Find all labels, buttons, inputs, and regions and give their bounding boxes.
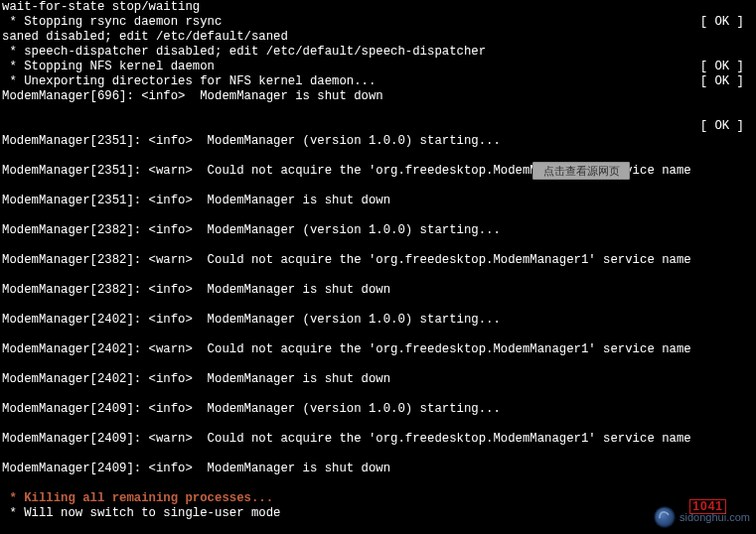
terminal-line-left: ModemManager[696]: <info> ModemManager i… bbox=[2, 89, 383, 104]
terminal-line bbox=[2, 417, 754, 432]
terminal-line-status bbox=[744, 268, 754, 283]
terminal-line-status bbox=[744, 357, 754, 372]
terminal-line-status bbox=[744, 387, 754, 402]
terminal-line-left: * Stopping NFS kernel daemon bbox=[2, 60, 215, 74]
terminal-line: ModemManager[2402]: <warn> Could not acq… bbox=[2, 342, 754, 357]
terminal-line-left: ModemManager[2409]: <warn> Could not acq… bbox=[2, 432, 691, 447]
terminal-line-status bbox=[744, 432, 754, 447]
terminal-line-status bbox=[744, 372, 754, 387]
terminal-line-status bbox=[744, 179, 754, 194]
terminal-line: ModemManager[2402]: <info> ModemManager … bbox=[2, 372, 754, 387]
terminal-line: ModemManager[2351]: <info> ModemManager … bbox=[2, 134, 754, 149]
terminal-line-status bbox=[744, 417, 754, 432]
terminal-line-left: ModemManager[2402]: <info> ModemManager … bbox=[2, 372, 390, 387]
terminal-line bbox=[2, 179, 754, 194]
terminal-line-status bbox=[744, 194, 754, 208]
terminal-line-left: * speech-dispatcher disabled; edit /etc/… bbox=[2, 45, 486, 60]
terminal-line bbox=[2, 476, 754, 491]
terminal-line-left: wait-for-state stop/waiting bbox=[2, 0, 200, 15]
terminal-line: ModemManager[696]: <info> ModemManager i… bbox=[2, 89, 754, 104]
terminal-line-left: * Killing all remaining processes... bbox=[2, 491, 273, 506]
terminal-line: [ OK ] bbox=[2, 119, 754, 134]
terminal-line-left: ModemManager[2351]: <info> ModemManager … bbox=[2, 194, 390, 208]
terminal-line: * Will now switch to single-user mode bbox=[2, 506, 754, 521]
terminal-line-status bbox=[744, 0, 754, 15]
terminal-line-status bbox=[744, 313, 754, 328]
watermark-text: sidonghui.com bbox=[680, 510, 750, 525]
terminal-line: ModemManager[2409]: <info> ModemManager … bbox=[2, 462, 754, 476]
terminal-line bbox=[2, 104, 754, 119]
terminal-line-status bbox=[744, 223, 754, 238]
terminal-line: * Killing all remaining processes... bbox=[2, 491, 754, 506]
terminal-line: * Unexporting directories for NFS kernel… bbox=[2, 74, 754, 89]
terminal-line bbox=[2, 208, 754, 223]
terminal-line-status bbox=[744, 283, 754, 298]
terminal-line-left: * Stopping rsync daemon rsync bbox=[2, 15, 222, 30]
terminal-line bbox=[2, 447, 754, 462]
terminal-line-status bbox=[744, 134, 754, 149]
watermark-badge: sidonghui.com bbox=[654, 506, 750, 528]
terminal-line bbox=[2, 328, 754, 342]
terminal-line-status bbox=[744, 402, 754, 417]
terminal-line-status bbox=[744, 342, 754, 357]
terminal-line: ModemManager[2382]: <info> ModemManager … bbox=[2, 223, 754, 238]
terminal-line bbox=[2, 268, 754, 283]
terminal-line-status bbox=[744, 462, 754, 476]
terminal-line-status bbox=[744, 30, 754, 45]
terminal-line: * speech-dispatcher disabled; edit /etc/… bbox=[2, 45, 754, 60]
terminal-line-status bbox=[744, 447, 754, 462]
terminal-line-left: ModemManager[2409]: <info> ModemManager … bbox=[2, 402, 501, 417]
terminal-line-left: ModemManager[2409]: <info> ModemManager … bbox=[2, 462, 390, 476]
terminal-line bbox=[2, 387, 754, 402]
terminal-line-left: ModemManager[2402]: <info> ModemManager … bbox=[2, 313, 501, 328]
terminal-line-status bbox=[744, 149, 754, 164]
terminal-line-status bbox=[744, 104, 754, 119]
terminal-line: * Stopping NFS kernel daemon[ OK ] bbox=[2, 60, 754, 74]
terminal-line-left: ModemManager[2351]: <info> ModemManager … bbox=[2, 134, 501, 149]
terminal-line: ModemManager[2409]: <warn> Could not acq… bbox=[2, 432, 754, 447]
terminal-line-status: [ OK ] bbox=[700, 119, 754, 134]
view-source-tooltip[interactable]: 点击查看源网页 bbox=[532, 162, 630, 180]
terminal-line-left: ModemManager[2402]: <warn> Could not acq… bbox=[2, 342, 691, 357]
terminal-line-status bbox=[744, 298, 754, 313]
terminal-line bbox=[2, 238, 754, 253]
terminal-line: ModemManager[2402]: <info> ModemManager … bbox=[2, 313, 754, 328]
terminal-line: ModemManager[2382]: <info> ModemManager … bbox=[2, 283, 754, 298]
terminal-output: wait-for-state stop/waiting * Stopping r… bbox=[0, 0, 756, 521]
terminal-line-status: [ OK ] bbox=[700, 60, 754, 74]
terminal-line bbox=[2, 149, 754, 164]
terminal-line: saned disabled; edit /etc/default/saned bbox=[2, 30, 754, 45]
terminal-line-left: saned disabled; edit /etc/default/saned bbox=[2, 30, 288, 45]
terminal-line: * Stopping rsync daemon rsync[ OK ] bbox=[2, 15, 754, 30]
terminal-line: ModemManager[2351]: <warn> Could not acq… bbox=[2, 164, 754, 179]
terminal-line: wait-for-state stop/waiting bbox=[2, 0, 754, 15]
terminal-line-status bbox=[744, 208, 754, 223]
terminal-line: ModemManager[2382]: <warn> Could not acq… bbox=[2, 253, 754, 268]
terminal-line-status bbox=[744, 89, 754, 104]
terminal-line-left: ModemManager[2382]: <info> ModemManager … bbox=[2, 223, 501, 238]
terminal-line-left: ModemManager[2382]: <warn> Could not acq… bbox=[2, 253, 691, 268]
terminal-line-status bbox=[744, 491, 754, 506]
terminal-line: ModemManager[2409]: <info> ModemManager … bbox=[2, 402, 754, 417]
watermark-logo-icon bbox=[654, 506, 676, 528]
terminal-line-status bbox=[744, 328, 754, 342]
terminal-line-status bbox=[744, 238, 754, 253]
terminal-line-left: * Unexporting directories for NFS kernel… bbox=[2, 74, 376, 89]
terminal-line-status: [ OK ] bbox=[700, 15, 754, 30]
terminal-line bbox=[2, 298, 754, 313]
terminal-line-status bbox=[744, 253, 754, 268]
terminal-line-status bbox=[744, 476, 754, 491]
terminal-line-status: [ OK ] bbox=[700, 74, 754, 89]
terminal-line: ModemManager[2351]: <info> ModemManager … bbox=[2, 194, 754, 208]
terminal-line-status bbox=[744, 45, 754, 60]
terminal-line-left: ModemManager[2382]: <info> ModemManager … bbox=[2, 283, 390, 298]
terminal-line-left: * Will now switch to single-user mode bbox=[2, 506, 280, 521]
terminal-line bbox=[2, 357, 754, 372]
terminal-line-status bbox=[744, 164, 754, 179]
